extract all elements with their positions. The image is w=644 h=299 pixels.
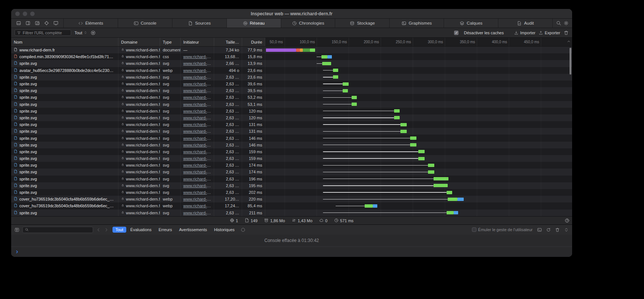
initiator-link[interactable]: www.richard-d…	[183, 54, 211, 59]
initiator-cell[interactable]: www.richard-d…	[181, 169, 214, 175]
initiator-link[interactable]: www.richard-d…	[183, 150, 211, 154]
table-row[interactable]: compiled.min.38390909f303624ed9e1cf1bd3f…	[11, 53, 572, 60]
table-row[interactable]: sprite.svgwww.richard-dern.frsvgwww.rich…	[11, 189, 572, 196]
responsive-mode-icon[interactable]	[53, 21, 58, 26]
console-tab-historiques[interactable]: Historiques	[211, 227, 238, 233]
tab-console[interactable]: Console	[118, 19, 172, 28]
initiator-cell[interactable]: www.richard-d…	[181, 189, 214, 196]
table-row[interactable]: sprite.svgwww.richard-dern.frsvgwww.rich…	[11, 148, 572, 155]
table-row[interactable]: avatar_hu85ecc3e298728880b0bde2dcc4e5c23…	[11, 67, 572, 74]
table-row[interactable]: cover_hu736519dc3b5040cfa48b6b559b6de6ec…	[11, 196, 572, 202]
console-tab-évaluations[interactable]: Évaluations	[127, 227, 155, 233]
initiator-link[interactable]: www.richard-d…	[183, 88, 211, 93]
clear-console-icon[interactable]	[555, 227, 560, 232]
table-row[interactable]: sprite.svgwww.richard-dern.frsvgwww.rich…	[11, 155, 572, 162]
initiator-cell[interactable]: www.richard-d…	[181, 53, 214, 60]
table-row[interactable]: sprite.svgwww.richard-dern.frsvgwww.rich…	[11, 182, 572, 189]
preserve-log-icon[interactable]	[546, 227, 551, 232]
initiator-cell[interactable]: www.richard-d…	[181, 182, 214, 189]
gear-icon[interactable]	[564, 21, 569, 26]
table-row[interactable]: cover_hu736519dc3b5040cfa48b6b559b6de6ec…	[11, 202, 572, 209]
table-row[interactable]: sprite.svgwww.richard-dern.frsvgwww.rich…	[11, 81, 572, 87]
initiator-cell[interactable]: www.richard-d…	[181, 121, 214, 128]
table-row[interactable]: sprite.svgwww.richard-dern.frsvgwww.rich…	[11, 128, 572, 135]
initiator-link[interactable]: www.richard-d…	[183, 68, 211, 73]
console-tab-avertissements[interactable]: Avertissements	[176, 227, 210, 233]
table-row[interactable]: sprite.svgwww.richard-dern.frsvgwww.rich…	[11, 87, 572, 94]
console-prompt[interactable]	[11, 247, 572, 257]
column-header-nom[interactable]: Nom	[11, 38, 118, 46]
initiator-cell[interactable]: www.richard-d…	[181, 108, 214, 114]
table-row[interactable]: sprite.svgwww.richard-dern.frsvgwww.rich…	[11, 108, 572, 114]
initiator-cell[interactable]: www.richard-d…	[181, 74, 214, 81]
dock-right-icon[interactable]	[25, 21, 31, 26]
initiator-cell[interactable]: www.richard-d…	[181, 142, 214, 148]
table-row[interactable]: sprite.svgwww.richard-dern.frsvgwww.rich…	[11, 210, 572, 216]
collapse-console-icon[interactable]	[564, 227, 569, 232]
initiator-cell[interactable]: www.richard-d…	[181, 101, 214, 108]
initiator-cell[interactable]: www.richard-d…	[181, 155, 214, 162]
initiator-link[interactable]: www.richard-d…	[183, 109, 211, 113]
column-header-duree[interactable]: Durée	[242, 38, 265, 46]
type-filter-dropdown[interactable]: Tout	[74, 31, 87, 35]
tab-layers[interactable]: Calques	[444, 19, 498, 28]
table-row[interactable]: sprite.svgwww.richard-dern.frsvgwww.rich…	[11, 94, 572, 101]
clear-network-icon[interactable]	[564, 30, 569, 35]
emulate-gesture-control[interactable]: Émuler le geste de l'utilisateur	[472, 227, 533, 232]
initiator-link[interactable]: www.richard-d…	[183, 82, 211, 86]
initiator-link[interactable]: www.richard-d…	[183, 136, 211, 141]
initiator-cell[interactable]: www.richard-d…	[181, 210, 214, 216]
console-search-field[interactable]	[22, 227, 93, 233]
column-header-domaine[interactable]: Domaine	[118, 38, 160, 46]
minimize-window-button[interactable]	[23, 12, 27, 16]
tab-graphics[interactable]: Graphismes	[389, 19, 444, 28]
initiator-link[interactable]: www.richard-d…	[183, 143, 211, 147]
table-row[interactable]: sprite.svgwww.richard-dern.frsvgwww.rich…	[11, 169, 572, 175]
initiator-cell[interactable]: www.richard-d…	[181, 87, 214, 94]
initiator-link[interactable]: www.richard-d…	[183, 95, 211, 100]
initiator-cell[interactable]: www.richard-d…	[181, 135, 214, 141]
initiator-cell[interactable]: www.richard-d…	[181, 162, 214, 169]
close-window-button[interactable]	[15, 12, 20, 16]
initiator-link[interactable]: www.richard-d…	[183, 75, 211, 79]
initiator-cell[interactable]: www.richard-d…	[181, 94, 214, 101]
column-header-initiateur[interactable]: Initiateur	[181, 38, 214, 46]
initiator-link[interactable]: www.richard-d…	[183, 102, 211, 107]
table-row[interactable]: sprite.svgwww.richard-dern.frsvgwww.rich…	[11, 101, 572, 108]
initiator-link[interactable]: www.richard-d…	[183, 190, 211, 195]
inspect-element-icon[interactable]	[44, 21, 49, 26]
initiator-link[interactable]: www.richard-d…	[183, 197, 211, 201]
tab-timelines[interactable]: Chronologies	[281, 19, 335, 28]
export-button[interactable]: Exporter	[539, 31, 560, 35]
filter-options-icon[interactable]	[91, 30, 96, 35]
chevron-up-icon[interactable]	[567, 40, 571, 43]
initiator-link[interactable]: www.richard-d…	[183, 163, 211, 167]
initiator-cell[interactable]: www.richard-d…	[181, 60, 214, 67]
chevron-left-icon[interactable]	[96, 227, 101, 232]
chevron-right-icon[interactable]	[104, 227, 109, 232]
initiator-cell[interactable]: www.richard-d…	[181, 128, 214, 135]
dock-bottom-icon[interactable]	[16, 21, 21, 26]
zoom-window-button[interactable]	[30, 12, 35, 16]
console-filter-circle-icon[interactable]	[241, 227, 245, 232]
tab-network[interactable]: Réseau	[226, 19, 281, 28]
initiator-cell[interactable]: www.richard-d…	[181, 81, 214, 87]
initiator-cell[interactable]: www.richard-d…	[181, 202, 214, 209]
initiator-cell[interactable]: www.richard-d…	[181, 114, 214, 121]
separate-window-icon[interactable]	[35, 21, 40, 26]
initiator-link[interactable]: www.richard-d…	[183, 129, 211, 133]
table-row[interactable]: sprite.svgwww.richard-dern.frsvgwww.rich…	[11, 135, 572, 141]
initiator-link[interactable]: www.richard-d…	[183, 211, 211, 215]
initiator-link[interactable]: www.richard-d…	[183, 61, 211, 66]
table-row[interactable]: sprite.svgwww.richard-dern.frsvgwww.rich…	[11, 114, 572, 121]
column-header-taille[interactable]: Taille…	[214, 38, 242, 46]
console-panel-icon[interactable]	[537, 227, 542, 232]
initiator-link[interactable]: www.richard-d…	[183, 116, 211, 120]
initiator-link[interactable]: www.richard-d…	[183, 122, 211, 127]
initiator-cell[interactable]: www.richard-d…	[181, 67, 214, 74]
table-row[interactable]: sprite.svgwww.richard-dern.frsvgwww.rich…	[11, 60, 572, 67]
tab-sources[interactable]: Sources	[172, 19, 226, 28]
console-filter-icon[interactable]	[15, 227, 19, 232]
initiator-cell[interactable]: www.richard-d…	[181, 196, 214, 202]
console-tab-erreurs[interactable]: Erreurs	[156, 227, 175, 233]
